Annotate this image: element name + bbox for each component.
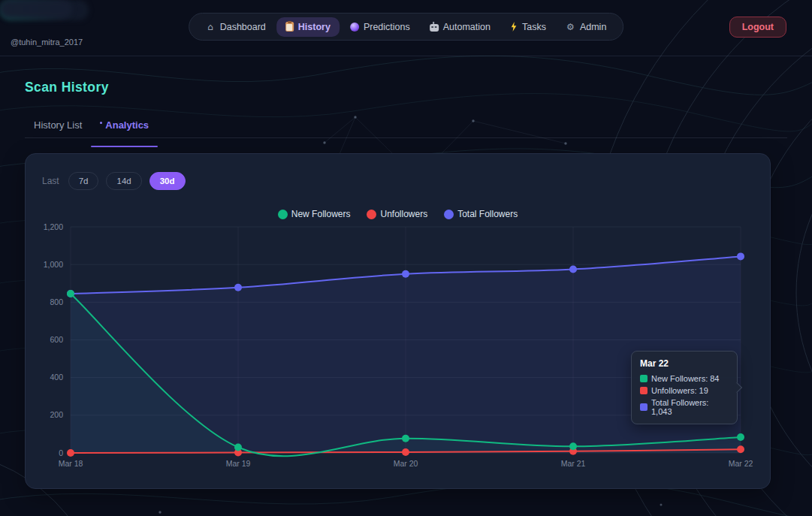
nav-item-label: Admin xyxy=(580,22,606,32)
svg-text:0: 0 xyxy=(59,448,63,457)
username: @tuhin_mitra_2017 xyxy=(11,38,83,47)
active-tab-underline xyxy=(91,146,158,148)
tooltip-swatch xyxy=(640,387,647,394)
tooltip-row: Total Followers: 1,043 xyxy=(640,398,729,416)
logout-button[interactable]: Logout xyxy=(729,17,786,38)
page-title: Scan History xyxy=(25,80,109,95)
svg-text:800: 800 xyxy=(50,297,63,306)
tab-analytics[interactable]: Analytics xyxy=(91,116,158,147)
tabs: History ListAnalytics xyxy=(25,116,158,147)
nav-item-label: Automation xyxy=(443,22,491,32)
nav-item-label: Tasks xyxy=(522,22,546,32)
nav-item-label: History xyxy=(298,22,331,32)
svg-text:Mar 19: Mar 19 xyxy=(226,459,251,468)
tooltip-swatch xyxy=(640,375,647,382)
tooltip-text: Total Followers: 1,043 xyxy=(651,398,729,416)
nav-item-predictions[interactable]: Predictions xyxy=(341,17,419,37)
tab-label: History List xyxy=(34,119,82,131)
home-icon: ⌂ xyxy=(206,22,216,32)
tooltip-text: Unfollowers: 19 xyxy=(651,386,708,395)
followers-line-chart[interactable]: 02004006008001,0001,200Mar 18Mar 19Mar 2… xyxy=(26,154,771,490)
svg-text:1,200: 1,200 xyxy=(44,222,63,231)
svg-text:Mar 18: Mar 18 xyxy=(59,459,83,468)
crystal-ball-icon xyxy=(350,23,359,32)
nav-item-automation[interactable]: Automation xyxy=(421,17,500,37)
nav-item-admin[interactable]: ⚙Admin xyxy=(557,17,615,37)
gear-icon: ⚙ xyxy=(566,22,575,32)
svg-text:600: 600 xyxy=(50,335,63,344)
tooltip-title: Mar 22 xyxy=(640,358,729,369)
nav-item-tasks[interactable]: Tasks xyxy=(501,17,555,37)
tab-history-list[interactable]: History List xyxy=(25,116,91,147)
nav-item-label: Predictions xyxy=(364,22,410,32)
svg-text:1,000: 1,000 xyxy=(44,260,63,269)
tooltip-text: New Followers: 84 xyxy=(651,374,719,383)
tooltip-row: Unfollowers: 19 xyxy=(640,386,729,395)
header: @tuhin_mitra_2017 ⌂DashboardHistoryPredi… xyxy=(0,0,812,56)
lightning-icon xyxy=(510,22,518,32)
svg-text:400: 400 xyxy=(50,373,63,382)
tooltip-row: New Followers: 84 xyxy=(640,374,729,383)
main-nav: ⌂DashboardHistoryPredictionsAutomationTa… xyxy=(189,13,624,41)
svg-text:Mar 22: Mar 22 xyxy=(729,459,753,468)
svg-text:200: 200 xyxy=(50,410,63,419)
chart-tooltip: Mar 22 New Followers: 84Unfollowers: 19T… xyxy=(631,351,738,424)
nav-item-dashboard[interactable]: ⌂Dashboard xyxy=(197,17,275,37)
analytics-panel: Last 7d14d30d New FollowersUnfollowersTo… xyxy=(25,153,771,489)
robot-icon xyxy=(430,24,439,32)
svg-text:Mar 21: Mar 21 xyxy=(561,459,586,468)
redacted-brand-blur-2 xyxy=(0,0,72,18)
svg-text:Mar 20: Mar 20 xyxy=(394,459,418,468)
tab-label: Analytics xyxy=(105,119,149,131)
nav-item-history[interactable]: History xyxy=(276,17,340,37)
nav-item-label: Dashboard xyxy=(220,22,266,32)
sparkle-icon xyxy=(100,122,102,124)
clipboard-icon xyxy=(285,22,294,32)
tooltip-swatch xyxy=(640,403,647,411)
